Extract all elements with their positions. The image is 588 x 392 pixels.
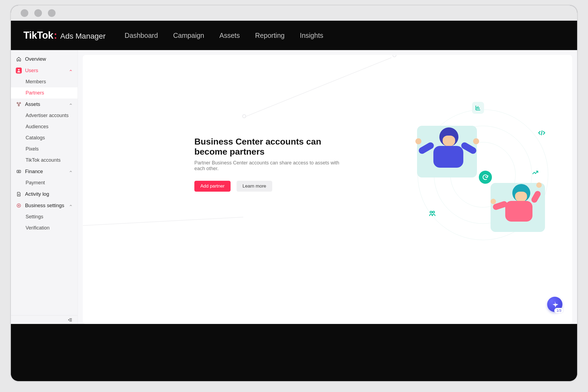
- sidebar-sub-members[interactable]: Members: [11, 76, 78, 87]
- sidebar-sub-verification[interactable]: Verification: [11, 222, 78, 234]
- character-illustration-1: [417, 126, 477, 177]
- sidebar-item-activity-log[interactable]: Activity log: [11, 188, 78, 200]
- sidebar-sub-partners[interactable]: Partners: [11, 87, 78, 99]
- character-illustration-2: [491, 183, 545, 232]
- decor-line: [245, 57, 392, 117]
- svg-rect-4: [17, 170, 21, 173]
- hero: Business Center accounts can become part…: [194, 137, 347, 192]
- window-control-zoom[interactable]: [48, 9, 56, 17]
- sidebar-label: Activity log: [25, 191, 49, 197]
- compass-icon: [551, 301, 559, 308]
- sync-icon: [479, 171, 492, 184]
- sidebar-item-business-settings[interactable]: Business settings: [11, 200, 78, 211]
- collapse-icon: [68, 317, 73, 322]
- sidebar-list: Overview Users Members Partners: [11, 50, 78, 315]
- nav-dashboard[interactable]: Dashboard: [125, 32, 158, 39]
- add-partner-button[interactable]: Add partner: [194, 181, 231, 192]
- decor-dot: [393, 55, 396, 57]
- svg-point-7: [17, 204, 21, 207]
- svg-point-12: [430, 211, 432, 213]
- assets-icon: [16, 101, 22, 107]
- svg-point-5: [18, 171, 19, 172]
- sidebar-sub-pixels[interactable]: Pixels: [11, 143, 78, 155]
- sidebar-label: Finance: [25, 169, 43, 174]
- trend-icon: [529, 167, 541, 179]
- home-icon: [16, 56, 22, 62]
- window-control-minimize[interactable]: [34, 9, 42, 17]
- bar-chart-icon: [472, 102, 484, 114]
- sidebar-label: Users: [25, 68, 38, 74]
- sidebar: Overview Users Members Partners: [11, 50, 78, 324]
- activity-log-icon: [16, 191, 22, 197]
- hero-illustration: [412, 104, 554, 246]
- sidebar-item-finance[interactable]: Finance: [11, 166, 78, 177]
- user-icon: [16, 68, 22, 74]
- hero-subtitle: Partner Business Center accounts can sha…: [194, 160, 347, 171]
- help-fab[interactable]: 1/3: [547, 297, 562, 312]
- sidebar-collapse-button[interactable]: [11, 315, 78, 324]
- top-nav: Dashboard Campaign Assets Reporting Insi…: [125, 32, 323, 39]
- decor-line: [83, 217, 243, 226]
- body-row: Overview Users Members Partners: [11, 50, 577, 324]
- window-control-close[interactable]: [21, 9, 28, 17]
- sidebar-item-overview[interactable]: Overview: [11, 53, 78, 65]
- nav-reporting[interactable]: Reporting: [255, 32, 284, 39]
- people-icon: [426, 207, 438, 219]
- nav-assets[interactable]: Assets: [219, 32, 240, 39]
- svg-line-11: [541, 130, 542, 135]
- hero-title: Business Center accounts can become part…: [194, 137, 347, 157]
- macos-titlebar: [11, 5, 577, 21]
- logo-brand: TikTok:: [23, 30, 57, 41]
- logo: TikTok: Ads Manager: [23, 30, 106, 41]
- sidebar-item-assets[interactable]: Assets: [11, 99, 78, 110]
- content-card: Business Center accounts can become part…: [83, 55, 572, 324]
- chevron-up-icon: [69, 102, 73, 106]
- top-header: TikTok: Ads Manager Dashboard Campaign A…: [11, 21, 577, 50]
- nav-insights[interactable]: Insights: [300, 32, 323, 39]
- sidebar-label: Overview: [25, 56, 46, 62]
- svg-point-3: [18, 105, 20, 106]
- logo-subtitle: Ads Manager: [60, 32, 106, 41]
- sidebar-sub-payment[interactable]: Payment: [11, 177, 78, 188]
- sidebar-sub-tiktok-accounts[interactable]: TikTok accounts: [11, 155, 78, 166]
- svg-point-13: [433, 211, 434, 213]
- app-window: TikTok: Ads Manager Dashboard Campaign A…: [11, 5, 577, 381]
- sidebar-item-users[interactable]: Users: [11, 65, 78, 76]
- main-area: Business Center accounts can become part…: [78, 50, 577, 324]
- finance-icon: [16, 169, 22, 174]
- learn-more-button[interactable]: Learn more: [237, 181, 272, 192]
- sidebar-sub-catalogs[interactable]: Catalogs: [11, 132, 78, 143]
- hero-actions: Add partner Learn more: [194, 181, 347, 192]
- settings-icon: [16, 203, 22, 209]
- svg-point-0: [18, 69, 19, 71]
- sidebar-label: Business settings: [25, 203, 64, 209]
- footer-blackbar: [11, 324, 577, 381]
- chevron-up-icon: [69, 204, 73, 207]
- sidebar-sub-audiences[interactable]: Audiences: [11, 121, 78, 132]
- code-icon: [536, 127, 548, 139]
- sidebar-label: Assets: [25, 101, 40, 107]
- sidebar-sub-settings[interactable]: Settings: [11, 211, 78, 222]
- nav-campaign[interactable]: Campaign: [173, 32, 204, 39]
- chevron-up-icon: [69, 69, 73, 72]
- chevron-up-icon: [69, 170, 73, 173]
- svg-point-6: [18, 205, 20, 206]
- sidebar-sub-advertiser-accounts[interactable]: Advertiser accounts: [11, 110, 78, 121]
- fab-badge: 1/3: [555, 308, 564, 313]
